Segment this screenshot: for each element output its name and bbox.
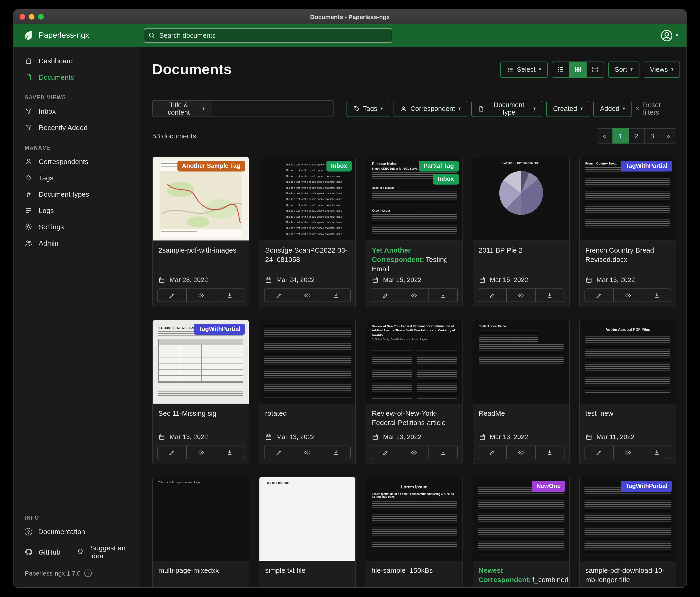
document-card[interactable]: 1.1. CONTINUING MEDICAL EDUCA TagWithPar… — [152, 320, 249, 464]
view-button[interactable] — [400, 289, 429, 302]
document-card[interactable]: Contact Sheet Demo ReadMe Mar 13, 2022 — [473, 320, 569, 464]
document-title[interactable]: Sonstige ScanPC2022 03-24_081058 — [259, 241, 355, 268]
document-thumbnail[interactable]: Release Notes Simba ODBC Driver for SQL … — [366, 157, 462, 241]
close-window-button[interactable] — [20, 14, 25, 20]
document-card[interactable]: TagWithPartial sample-pdf-download-10-mb… — [579, 477, 676, 587]
document-title[interactable]: file-sample_150kBs — [366, 562, 462, 587]
sidebar-item-logs[interactable]: Logs — [14, 202, 140, 219]
view-button[interactable] — [186, 446, 215, 459]
document-title[interactable]: sample-pdf-download-10-mb-longer-title — [580, 562, 676, 587]
document-title[interactable]: French Country Bread Revised.docx — [580, 241, 676, 268]
edit-button[interactable] — [584, 446, 614, 459]
sidebar-item-settings[interactable]: Settings — [14, 219, 140, 235]
download-button[interactable] — [428, 446, 457, 459]
tag[interactable]: TagWithPartial — [621, 481, 672, 492]
download-button[interactable] — [215, 446, 244, 459]
document-thumbnail[interactable]: 1.1. CONTINUING MEDICAL EDUCA TagWithPar… — [153, 320, 249, 404]
pagination-next-button[interactable]: » — [660, 128, 676, 144]
sidebar-item-documents[interactable]: Documents — [14, 69, 140, 85]
sort-button[interactable]: Sort ▾ — [608, 61, 639, 78]
document-title[interactable]: test_new — [580, 404, 676, 431]
added-filter-button[interactable]: Added ▾ — [593, 100, 631, 117]
edit-button[interactable] — [264, 289, 293, 302]
user-menu[interactable]: ▾ — [660, 29, 678, 42]
correspondent-filter-button[interactable]: Correspondent ▾ — [394, 100, 467, 117]
tag[interactable]: Inbox — [326, 161, 352, 171]
edit-button[interactable] — [371, 446, 400, 459]
tag[interactable]: TagWithPartial — [194, 324, 245, 335]
minimize-window-button[interactable] — [29, 14, 34, 20]
document-card[interactable]: Another Sample Tag 2sample-pdf-with-imag… — [152, 157, 249, 307]
document-title[interactable]: Review-of-New-York-Federal-Petitions-art… — [366, 404, 462, 431]
document-title[interactable]: 2011 BP Pie 2 — [473, 241, 569, 268]
sidebar-item-inbox[interactable]: Inbox — [14, 103, 140, 119]
edit-button[interactable] — [264, 446, 293, 459]
edit-button[interactable] — [371, 289, 400, 302]
document-title[interactable]: Newest Correspondent:f_combineds — [473, 562, 569, 587]
document-correspondent[interactable]: Newest Correspondent: — [478, 567, 531, 584]
view-button[interactable] — [506, 289, 535, 302]
document-title[interactable]: 2sample-pdf-with-images — [153, 241, 249, 268]
tag[interactable]: Inbox — [433, 174, 458, 185]
document-card[interactable]: Patient BP Distribution 2011 2011 BP Pie… — [473, 157, 569, 307]
sidebar-item-recently-added[interactable]: Recently Added — [14, 119, 140, 136]
view-button[interactable] — [293, 289, 322, 302]
document-thumbnail[interactable]: Review of New York Federal Petitions for… — [366, 320, 462, 404]
edit-button[interactable] — [478, 289, 507, 302]
document-card[interactable]: NewOne Newest Correspondent:f_combineds — [473, 477, 569, 587]
document-thumbnail[interactable] — [259, 320, 355, 404]
document-thumbnail[interactable]: French Country Bread TagWithPartial — [580, 157, 676, 241]
list-view-button[interactable] — [552, 61, 570, 78]
sidebar-item-suggest-idea[interactable]: Suggest an idea — [65, 540, 140, 564]
sidebar-item-tags[interactable]: Tags — [14, 170, 140, 186]
document-title[interactable]: ReadMe — [473, 404, 569, 431]
edit-button[interactable] — [157, 446, 186, 459]
document-card[interactable]: Review of New York Federal Petitions for… — [366, 320, 463, 464]
download-button[interactable] — [535, 289, 564, 302]
sidebar-item-correspondents[interactable]: Correspondents — [14, 153, 140, 170]
info-icon[interactable]: i — [84, 570, 92, 577]
document-thumbnail[interactable]: This is a test file. — [259, 477, 355, 562]
document-card[interactable]: This is a multi page document. Page 1. m… — [152, 477, 249, 587]
zoom-window-button[interactable] — [38, 14, 44, 20]
document-card[interactable]: This is a test for the double space char… — [259, 157, 356, 307]
document-type-filter-button[interactable]: Document type ▾ — [471, 100, 542, 117]
tags-filter-button[interactable]: Tags ▾ — [346, 100, 389, 117]
document-thumbnail[interactable]: Another Sample Tag — [153, 157, 249, 241]
view-button[interactable] — [613, 289, 642, 302]
document-card[interactable]: Adobe Acrobat PDF Files test_new Mar 11,… — [579, 320, 676, 464]
document-card[interactable]: French Country Bread TagWithPartial Fren… — [579, 157, 676, 307]
pagination-page-2[interactable]: 2 — [628, 128, 645, 144]
edit-button[interactable] — [478, 446, 507, 459]
edit-button[interactable] — [584, 289, 614, 302]
app-logo[interactable]: Paperless-ngx — [22, 29, 144, 42]
document-card[interactable]: This is a test file. simple txt file — [259, 477, 356, 587]
view-button[interactable] — [293, 446, 322, 459]
document-thumbnail[interactable]: NewOne — [473, 477, 569, 562]
view-button[interactable] — [186, 289, 215, 302]
select-button[interactable]: Select ▾ — [500, 61, 548, 78]
document-title[interactable]: Sec 11-Missing sig — [153, 404, 249, 431]
document-title[interactable]: rotated — [259, 404, 355, 431]
sidebar-item-github[interactable]: GitHub — [14, 544, 65, 560]
document-title[interactable]: Yet Another Correspondent:Testing Email — [366, 241, 462, 274]
download-button[interactable] — [215, 289, 244, 302]
search-input[interactable] — [144, 28, 392, 43]
document-thumbnail[interactable]: Contact Sheet Demo — [473, 320, 569, 404]
download-button[interactable] — [322, 446, 351, 459]
created-filter-button[interactable]: Created ▾ — [547, 100, 589, 117]
document-thumbnail[interactable]: This is a test for the double space char… — [259, 157, 355, 241]
tag[interactable]: TagWithPartial — [621, 161, 672, 171]
pagination-prev-button[interactable]: « — [597, 128, 613, 144]
document-card[interactable]: rotated Mar 13, 2022 — [259, 320, 356, 464]
views-button[interactable]: Views ▾ — [644, 61, 680, 78]
grid-view-button[interactable] — [569, 61, 587, 78]
document-title[interactable]: multi-page-mixedxx — [153, 562, 249, 587]
sidebar-item-document-types[interactable]: # Document types — [14, 186, 140, 202]
edit-button[interactable] — [157, 289, 186, 302]
download-button[interactable] — [642, 289, 671, 302]
sidebar-item-documentation[interactable]: ? Documentation — [14, 523, 140, 540]
document-thumbnail[interactable]: This is a multi page document. Page 1. — [153, 477, 249, 562]
document-thumbnail[interactable]: Patient BP Distribution 2011 — [473, 157, 569, 241]
filter-text-input[interactable] — [211, 100, 334, 117]
